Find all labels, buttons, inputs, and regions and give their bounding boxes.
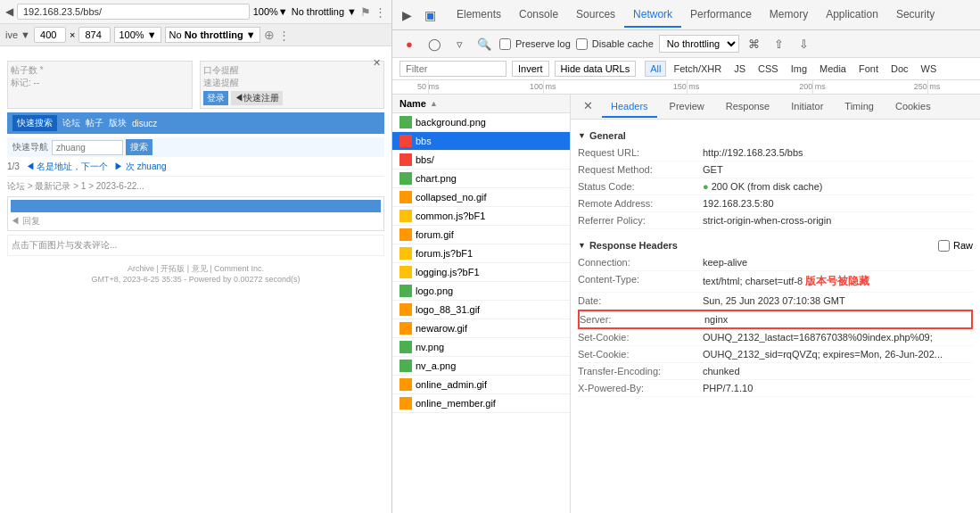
file-item-online-member[interactable]: online_member.gif	[392, 394, 570, 413]
more-icon[interactable]: ⋮	[375, 5, 386, 19]
filter-media[interactable]: Media	[814, 61, 852, 77]
filter-ws[interactable]: WS	[916, 61, 943, 77]
preserve-log-check[interactable]	[499, 38, 511, 50]
network-toolbar: ● ◯ ▿ 🔍 Preserve log Disable cache No th…	[392, 30, 980, 58]
file-item-newarow[interactable]: newarow.gif	[392, 319, 570, 338]
server-row: Server: nginx	[578, 310, 973, 329]
file-item-nv[interactable]: nv.png	[392, 338, 570, 357]
filter-font[interactable]: Font	[853, 61, 884, 77]
date-label: 论坛 > 最新记录 > 1 > 2023-6-22...	[7, 180, 384, 193]
page-breadcrumb: 1/3 ◀ 名是地址，下一个 ▶ 次 zhuang	[7, 161, 384, 177]
devtools-tabs: ▶ ▣ Elements Console Sources Network Per…	[392, 0, 980, 30]
url-display: 192.168.23.5/bbs/	[23, 6, 102, 17]
tab-application[interactable]: Application	[817, 3, 887, 28]
request-method-value: GET	[703, 164, 973, 175]
file-item-forum-js[interactable]: forum.js?bF1	[392, 244, 570, 263]
detail-tab-initiator[interactable]: Initiator	[782, 96, 832, 118]
download-icon-btn[interactable]: ⇩	[795, 34, 814, 54]
zoom-select[interactable]: 100% ▼	[114, 27, 161, 43]
filter-fetch-xhr[interactable]: Fetch/XHR	[668, 61, 727, 77]
filter-all[interactable]: All	[645, 61, 666, 77]
tab-elements[interactable]: Elements	[448, 3, 510, 28]
search-submit[interactable]: 搜索	[126, 139, 152, 155]
file-type-icon	[399, 135, 412, 147]
back-icon[interactable]: ◀	[5, 5, 13, 18]
throttle-dropdown[interactable]: No throttling	[659, 35, 739, 53]
file-item-logo[interactable]: logo.png	[392, 282, 570, 301]
filter-doc[interactable]: Doc	[885, 61, 914, 77]
network-icon[interactable]: ⊕	[264, 28, 275, 42]
browser-toolbar: ◀ 192.168.23.5/bbs/ 100%▼ No throttling …	[0, 0, 391, 24]
tab-sources[interactable]: Sources	[567, 3, 624, 28]
file-item-logo-gif[interactable]: logo_88_31.gif	[392, 301, 570, 319]
width-input[interactable]	[34, 27, 66, 43]
filter-icon-btn[interactable]: ▿	[449, 34, 469, 54]
responsive-label: ive ▼	[5, 29, 30, 40]
detail-tab-cookies[interactable]: Cookies	[886, 96, 940, 118]
tab-console[interactable]: Console	[510, 3, 567, 28]
clear-btn[interactable]: ◯	[424, 34, 444, 54]
file-item-common-js[interactable]: common.js?bF1	[392, 207, 570, 226]
zoom-level: 100%▼	[253, 6, 288, 17]
upload-icon-btn[interactable]: ⇧	[770, 34, 789, 54]
status-code-label: Status Code:	[578, 181, 703, 192]
file-item-bbs[interactable]: bbs	[392, 132, 570, 151]
detail-tab-timing[interactable]: Timing	[836, 96, 883, 118]
file-type-icon	[399, 360, 412, 372]
file-item-logging-js[interactable]: logging.js?bF1	[392, 263, 570, 282]
height-input[interactable]	[78, 27, 111, 43]
stop-recording-btn[interactable]: ●	[399, 34, 419, 54]
wifi-icon-btn[interactable]: ⌘	[745, 34, 764, 54]
close-detail-btn[interactable]: ✕	[578, 95, 598, 119]
file-item-nv-a[interactable]: nv_a.png	[392, 357, 570, 376]
file-type-icon	[399, 266, 412, 278]
detail-tabs: ✕ Headers Preview Response Initiator Tim…	[571, 95, 980, 120]
file-item-bbs-dir[interactable]: bbs/	[392, 151, 570, 170]
search-icon-btn[interactable]: 🔍	[474, 34, 494, 54]
version-hidden-annotation: 版本号被隐藏	[805, 275, 869, 287]
file-item-collapsed[interactable]: collapsed_no.gif	[392, 188, 570, 207]
detail-tab-preview[interactable]: Preview	[661, 96, 713, 118]
content-type-row: Content-Type: text/html; charset=utf-8 版…	[578, 271, 973, 293]
file-item-chart[interactable]: chart.png	[392, 170, 570, 188]
tab-memory[interactable]: Memory	[761, 3, 817, 28]
file-item-forum-gif[interactable]: forum.gif	[392, 226, 570, 244]
request-method-label: Request Method:	[578, 164, 703, 175]
no-throttle-select[interactable]: No No throttling ▼	[165, 27, 260, 43]
tab-performance[interactable]: Performance	[681, 3, 761, 28]
invert-btn[interactable]: Invert	[512, 61, 549, 77]
timeline-ruler: 50 ms 100 ms 150 ms 200 ms 250 ms	[392, 80, 980, 95]
disable-cache-check[interactable]	[576, 38, 588, 50]
nav-search[interactable]: 快速搜索	[12, 115, 57, 131]
file-type-icon	[399, 116, 412, 128]
file-list-panel: Name ▲ background.png bbs bbs/	[392, 95, 571, 513]
file-item-background[interactable]: background.png	[392, 113, 570, 132]
raw-checkbox[interactable]	[938, 240, 950, 252]
bookmark-icon[interactable]: ⚑	[360, 5, 371, 19]
cursor-icon[interactable]: ▶	[396, 4, 417, 26]
x-powered-by-row: X-Powered-By: PHP/7.1.10	[578, 380, 973, 397]
general-section-header: General	[578, 127, 973, 145]
referrer-policy-label: Referrer Policy:	[578, 215, 703, 226]
page-footer: Archive | 开拓版 | 意见 | Comment Inc. GMT+8,…	[7, 263, 384, 284]
throttle-display[interactable]: No throttling ▼	[292, 6, 357, 17]
device-icon[interactable]: ▣	[419, 4, 441, 26]
set-cookie-2-row: Set-Cookie: OUHQ_2132_sid=rqQVZq; expire…	[578, 346, 973, 363]
quick-nav-input[interactable]	[52, 140, 123, 155]
filter-input[interactable]	[399, 61, 506, 77]
set-cookie-1-row: Set-Cookie: OUHQ_2132_lastact=168767038%…	[578, 329, 973, 346]
devtools-panel: ▶ ▣ Elements Console Sources Network Per…	[392, 0, 980, 513]
filter-css[interactable]: CSS	[753, 61, 784, 77]
dots-icon[interactable]: ⋮	[278, 29, 290, 42]
request-url-value: http://192.168.23.5/bbs	[703, 147, 973, 158]
tab-network[interactable]: Network	[624, 3, 681, 28]
tab-security[interactable]: Security	[887, 3, 943, 28]
panel-close-btn[interactable]: ✕	[373, 57, 381, 69]
filter-js[interactable]: JS	[729, 61, 751, 77]
filter-img[interactable]: Img	[786, 61, 812, 77]
detail-tab-headers[interactable]: Headers	[602, 96, 657, 118]
detail-tab-response[interactable]: Response	[717, 96, 779, 118]
hide-data-urls-btn[interactable]: Hide data URLs	[555, 61, 637, 77]
referrer-policy-row: Referrer Policy: strict-origin-when-cros…	[578, 212, 973, 229]
file-item-online-admin[interactable]: online_admin.gif	[392, 376, 570, 394]
